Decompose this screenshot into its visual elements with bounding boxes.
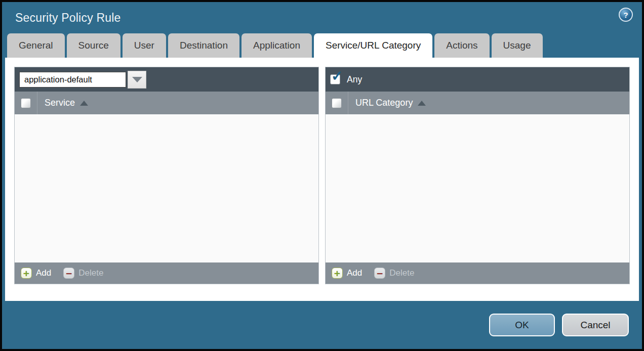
url-category-column-label: URL Category	[355, 98, 413, 108]
url-category-panel-header: ✓ Any	[326, 67, 629, 92]
dialog-title: Security Policy Rule	[15, 11, 121, 25]
service-delete-button[interactable]: − Delete	[63, 268, 103, 279]
help-glyph: ?	[623, 11, 628, 19]
tab-bar: General Source User Destination Applicat…	[2, 33, 642, 58]
tab-content: ✓ Service + Add − Delete ✓ Any	[5, 58, 639, 301]
delete-icon: −	[63, 268, 74, 279]
delete-icon: −	[374, 268, 385, 279]
service-panel-header	[15, 67, 318, 92]
url-category-panel-footer: + Add − Delete	[326, 262, 629, 284]
service-list-body	[15, 114, 318, 262]
delete-button-label: Delete	[78, 268, 103, 278]
tab-user[interactable]: User	[123, 33, 166, 58]
add-icon: +	[21, 268, 32, 279]
ok-button[interactable]: OK	[489, 314, 555, 336]
sort-ascending-icon[interactable]	[80, 101, 88, 106]
sort-ascending-icon[interactable]	[418, 101, 426, 106]
chevron-down-icon	[132, 77, 142, 82]
service-select-all-checkbox[interactable]: ✓	[21, 98, 31, 108]
url-category-delete-button[interactable]: − Delete	[374, 268, 414, 279]
tab-source[interactable]: Source	[67, 33, 120, 58]
tab-destination[interactable]: Destination	[168, 33, 239, 58]
help-icon[interactable]: ?	[619, 8, 633, 22]
service-select-all-cell: ✓	[15, 92, 37, 114]
any-checkbox[interactable]: ✓	[330, 74, 340, 84]
url-category-select-all-cell: ✓	[326, 92, 348, 114]
delete-button-label: Delete	[389, 268, 414, 278]
tab-general[interactable]: General	[7, 33, 65, 58]
service-type-input[interactable]	[19, 72, 126, 87]
url-category-panel: ✓ Any ✓ URL Category + Add − Delete	[325, 67, 630, 284]
tab-service-url-category[interactable]: Service/URL Category	[314, 33, 432, 58]
service-type-dropdown-button[interactable]	[128, 71, 146, 89]
add-icon: +	[332, 268, 343, 279]
url-category-column-header: ✓ URL Category	[326, 92, 629, 114]
add-button-label: Add	[347, 268, 362, 278]
service-column-label: Service	[45, 98, 75, 108]
dialog-button-bar: OK Cancel	[2, 301, 642, 349]
url-category-add-button[interactable]: + Add	[332, 268, 362, 279]
any-label: Any	[347, 74, 362, 85]
service-add-button[interactable]: + Add	[21, 268, 51, 279]
service-panel: ✓ Service + Add − Delete	[14, 67, 319, 284]
tab-usage[interactable]: Usage	[492, 33, 543, 58]
security-policy-rule-dialog: Security Policy Rule ? General Source Us…	[0, 0, 644, 351]
service-panel-footer: + Add − Delete	[15, 262, 318, 284]
tab-application[interactable]: Application	[242, 33, 312, 58]
service-column-header: ✓ Service	[15, 92, 318, 114]
cancel-button[interactable]: Cancel	[562, 314, 629, 336]
url-category-list-body	[326, 114, 629, 262]
tab-actions[interactable]: Actions	[434, 33, 489, 58]
checkmark-icon: ✓	[331, 69, 343, 83]
url-category-select-all-checkbox[interactable]: ✓	[332, 98, 342, 108]
add-button-label: Add	[36, 268, 51, 278]
titlebar: Security Policy Rule ?	[2, 2, 642, 33]
